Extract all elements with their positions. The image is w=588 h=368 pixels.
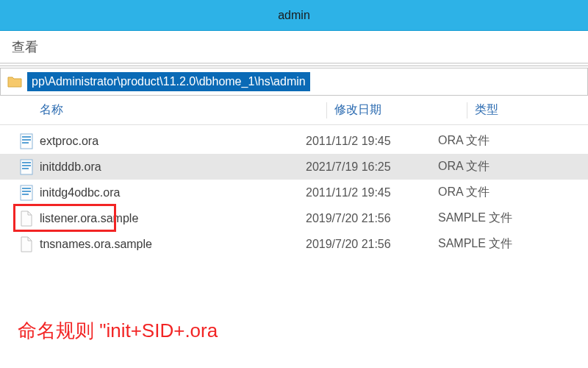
menu-view[interactable]: 查看 bbox=[12, 38, 38, 56]
svg-rect-2 bbox=[22, 139, 31, 141]
window-title: admin bbox=[278, 9, 310, 22]
generic-file-icon bbox=[19, 210, 34, 227]
file-row[interactable]: listener.ora.sample2019/7/20 21:56SAMPLE… bbox=[0, 205, 588, 231]
annotation-text: 命名规则 "init+SID+.ora bbox=[18, 318, 218, 344]
column-header-modified[interactable]: 修改日期 bbox=[334, 102, 467, 118]
file-modified: 2011/11/2 19:45 bbox=[306, 135, 438, 148]
window-titlebar: admin bbox=[0, 0, 588, 31]
file-row[interactable]: extproc.ora2011/11/2 19:45ORA 文件 bbox=[0, 128, 588, 154]
menubar: 查看 bbox=[0, 31, 588, 63]
file-type: ORA 文件 bbox=[438, 159, 588, 174]
file-modified: 2019/7/20 21:56 bbox=[306, 212, 438, 225]
column-header-name[interactable]: 名称 bbox=[40, 102, 326, 118]
svg-rect-5 bbox=[22, 162, 31, 163]
file-name: initdg4odbc.ora bbox=[40, 186, 120, 199]
file-type: ORA 文件 bbox=[438, 133, 588, 149]
column-header-type[interactable]: 类型 bbox=[475, 102, 588, 118]
file-name-cell: initdddb.ora bbox=[19, 158, 306, 176]
file-list: extproc.ora2011/11/2 19:45ORA 文件initdddb… bbox=[0, 125, 588, 257]
svg-rect-9 bbox=[22, 188, 31, 189]
file-name: extproc.ora bbox=[40, 135, 98, 148]
generic-file-icon bbox=[19, 236, 34, 253]
file-row[interactable]: initdddb.ora2021/7/19 16:25ORA 文件 bbox=[0, 154, 588, 180]
file-name: tnsnames.ora.sample bbox=[40, 238, 152, 251]
file-name-cell: initdg4odbc.ora bbox=[19, 184, 306, 202]
file-name-cell: extproc.ora bbox=[19, 132, 306, 150]
svg-rect-3 bbox=[22, 142, 29, 144]
file-row[interactable]: initdg4odbc.ora2011/11/2 19:45ORA 文件 bbox=[0, 180, 588, 205]
svg-rect-10 bbox=[22, 191, 31, 192]
address-path[interactable]: pp\Administrator\product\11.2.0\dbhome_1… bbox=[27, 72, 310, 91]
svg-rect-7 bbox=[22, 168, 29, 169]
column-separator[interactable] bbox=[326, 102, 327, 118]
file-modified: 2011/11/2 19:45 bbox=[306, 186, 438, 199]
file-name-cell: listener.ora.sample bbox=[19, 210, 306, 227]
svg-rect-1 bbox=[22, 136, 31, 138]
svg-rect-11 bbox=[22, 194, 29, 195]
file-type: SAMPLE 文件 bbox=[438, 236, 588, 252]
toolbar-separator bbox=[0, 63, 588, 66]
file-modified: 2019/7/20 21:56 bbox=[306, 238, 438, 251]
svg-rect-6 bbox=[22, 165, 31, 166]
address-bar[interactable]: pp\Administrator\product\11.2.0\dbhome_1… bbox=[0, 68, 588, 96]
notepad-file-icon bbox=[19, 184, 34, 202]
file-row[interactable]: tnsnames.ora.sample2019/7/20 21:56SAMPLE… bbox=[0, 231, 588, 257]
file-modified: 2021/7/19 16:25 bbox=[306, 160, 438, 174]
list-header: 名称 修改日期 类型 bbox=[0, 96, 588, 125]
file-name-cell: tnsnames.ora.sample bbox=[19, 236, 306, 253]
column-separator[interactable] bbox=[467, 102, 467, 118]
notepad-file-icon bbox=[19, 158, 34, 176]
file-type: SAMPLE 文件 bbox=[438, 210, 588, 226]
file-name: initdddb.ora bbox=[40, 160, 101, 174]
file-type: ORA 文件 bbox=[438, 185, 588, 200]
notepad-file-icon bbox=[19, 132, 34, 150]
file-name: listener.ora.sample bbox=[40, 212, 138, 225]
folder-icon bbox=[7, 74, 23, 90]
